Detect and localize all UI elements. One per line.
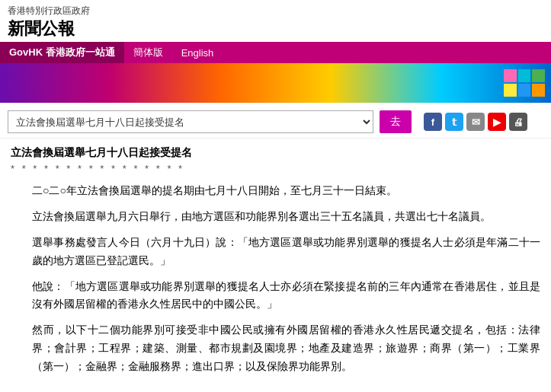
nav-govhk[interactable]: GovHK 香港政府一站通 (0, 42, 124, 63)
banner-sq-2 (518, 69, 531, 82)
article-para-3: 選舉事務處發言人今日（六月十九日）說：「地方選區選舉或功能界別選舉的獲提名人士必… (32, 234, 540, 270)
nav-bar: GovHK 香港政府一站通 簡体版 English (0, 42, 551, 63)
page-title: 新聞公報 (8, 19, 543, 39)
search-area: 立法會換屆選舉七月十八日起接受提名 去 f 𝕥 ✉ ▶ 🖨 (0, 103, 551, 139)
article-title: 立法會換屆選舉七月十八日起接受提名 (11, 146, 540, 160)
nav-simplified[interactable]: 簡体版 (124, 42, 172, 63)
banner-sq-1 (504, 69, 517, 82)
nav-english[interactable]: English (172, 42, 223, 63)
email-icon[interactable]: ✉ (466, 113, 485, 131)
article-stars: * * * * * * * * * * * * * * * * (11, 163, 540, 174)
article-para-1: 二○二○年立法會換屆選舉的提名期由七月十八日開始，至七月三十一日結束。 (32, 182, 540, 200)
banner-overlay (429, 63, 551, 103)
gov-label: 香港特別行政區政府 (8, 5, 543, 18)
page-header: 香港特別行政區政府 新聞公報 (0, 0, 551, 42)
article-para-2: 立法會換屆選舉九月六日舉行，由地方選區和功能界別各選出三十五名議員，共選出七十名… (32, 208, 540, 226)
search-button[interactable]: 去 (380, 110, 412, 133)
banner-squares (504, 69, 545, 97)
facebook-icon[interactable]: f (424, 113, 442, 131)
banner-sq-5 (518, 84, 531, 97)
article-content: 立法會換屆選舉七月十八日起接受提名 * * * * * * * * * * * … (0, 139, 551, 392)
banner-sq-4 (504, 84, 517, 97)
print-icon[interactable]: 🖨 (509, 113, 527, 131)
article-para-5: 然而，以下十二個功能界別可接受非中國公民或擁有外國居留權的香港永久性居民遞交提名… (32, 321, 540, 375)
twitter-icon[interactable]: 𝕥 (445, 113, 463, 131)
banner-sq-6 (532, 84, 545, 97)
article-para-4: 他說：「地方選區選舉或功能界別選舉的獲提名人士亦必須在緊接提名前的三年內通常在香… (32, 278, 540, 314)
banner (0, 63, 551, 103)
banner-sq-3 (532, 69, 545, 82)
search-select[interactable]: 立法會換屆選舉七月十八日起接受提名 (8, 110, 373, 133)
social-icons: f 𝕥 ✉ ▶ 🖨 (424, 113, 527, 131)
youtube-icon[interactable]: ▶ (488, 113, 506, 131)
